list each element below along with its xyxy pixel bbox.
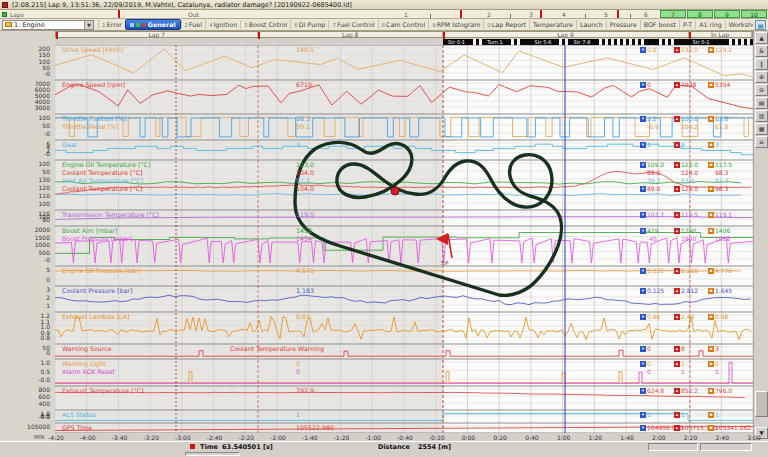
track-section-label[interactable]: Str 0-1: [443, 39, 470, 45]
zoom-out-icon[interactable]: ⊖: [755, 84, 768, 96]
tab-general[interactable]: General: [125, 19, 181, 30]
channel-stats: ▾0▴8▪3: [640, 345, 742, 352]
right-toolbar: ▲&‖⊕⊖▤▥▦≡▼: [753, 31, 768, 441]
max-icon: ▴: [674, 268, 680, 274]
worksheet-group-select[interactable]: 1: Engine ▼: [2, 20, 94, 30]
title-bar: [2:08.215] Lap 9, 13:51:36, 22/09/2019, …: [0, 0, 768, 10]
tab-rpm-istogram[interactable]: 9RPM Istogram: [428, 20, 483, 29]
list-icon[interactable]: ≡: [755, 136, 768, 148]
tab-fuel[interactable]: 2Fuel: [181, 20, 205, 29]
track-section-checker[interactable]: [726, 39, 753, 45]
lap-number[interactable]: 6: [644, 11, 648, 18]
tab-error[interactable]: 1Error: [98, 20, 125, 29]
max-icon: ▴: [674, 82, 680, 88]
channel-value: 4.571: [296, 267, 314, 274]
lap-cell-selected[interactable]: 9: [714, 10, 740, 18]
lap-header[interactable]: Lap 7Lap 8Lap 9In Lap: [55, 31, 753, 38]
stat-value: 7038: [681, 81, 708, 88]
track-section-checker[interactable]: [520, 39, 530, 45]
track-section-bar[interactable]: Str 0-1Turn 1Str 5-6Str 7-8Str 0-1: [443, 39, 753, 45]
link-channels-icon[interactable]: &: [755, 45, 768, 57]
tab-shortcut: 2: [185, 22, 189, 28]
tab-shortcut: 6: [294, 22, 298, 28]
tab-a1-ring[interactable]: A1 ring: [695, 20, 725, 29]
track-section-checker[interactable]: [556, 39, 568, 45]
stat-value: 1: [681, 360, 708, 367]
bottom-strip: [0, 451, 768, 457]
y-tick-label: 110: [0, 192, 50, 199]
tab-pressure[interactable]: Pressure: [606, 20, 640, 29]
channel-value: 98.3: [296, 115, 310, 122]
x-tick-label: 0:40: [522, 434, 542, 441]
tab-label: Boost Cntrol: [249, 21, 288, 28]
tab-di-pump[interactable]: 6DI Pump: [290, 20, 328, 29]
channel-stats: ▾0▴1▪1: [640, 411, 742, 418]
tab-worksheet[interactable]: Worksheet: [725, 20, 753, 29]
tab-label: Lap Report: [492, 21, 526, 28]
track-section-checker[interactable]: [508, 39, 520, 45]
lap-header-lap-7[interactable]: Lap 7: [56, 32, 258, 37]
lap-number[interactable]: 1: [404, 11, 408, 18]
x-tick-label: 2:00: [649, 434, 669, 441]
track-section-checker[interactable]: [644, 39, 656, 45]
grid-icon[interactable]: ▦: [755, 123, 768, 135]
x-tick-label: -3:40: [109, 434, 129, 441]
worksheet-tools-icon[interactable]: ▤: [755, 20, 766, 30]
tab-boost-cntrol[interactable]: 5Boost Cntrol: [240, 20, 290, 29]
max-icon: ▴: [674, 288, 680, 294]
avg-icon: ▪: [708, 346, 714, 352]
channel-stats: ▾107.7▴119.5▪115.1: [640, 211, 742, 218]
pause-icon[interactable]: ‖: [755, 58, 768, 70]
track-section-checker[interactable]: [656, 39, 676, 45]
lap-number[interactable]: 2: [487, 11, 491, 18]
track-section-label[interactable]: Str 5-6: [530, 39, 556, 45]
lap-number[interactable]: 4: [562, 11, 566, 18]
stat-value: 0: [647, 368, 674, 375]
layout-columns-icon[interactable]: ▥: [755, 110, 768, 122]
channel-label: Transmission Temperature [°C]: [62, 211, 159, 218]
v-scrollbar-thumb[interactable]: [755, 391, 768, 417]
lap-header-lap-8[interactable]: Lap 8: [258, 32, 442, 37]
track-section-label[interactable]: Turn 1: [482, 39, 508, 45]
stat-value: 0: [647, 345, 674, 352]
track-section-checker[interactable]: [596, 39, 644, 45]
lap-cell-selected[interactable]: 8: [687, 10, 713, 18]
stat-value: 1.645: [715, 287, 742, 294]
tab-cam-control[interactable]: 8Cam Control: [378, 20, 429, 29]
stat-value: 0.06: [647, 313, 674, 320]
lap-number[interactable]: 3: [529, 11, 533, 18]
tab-label: Cam Control: [386, 21, 425, 28]
layout-rows-icon[interactable]: ▤: [755, 97, 768, 109]
chevron-down-icon[interactable]: ▼: [84, 21, 93, 29]
h-scrollbar[interactable]: [185, 452, 240, 456]
track-section-checker[interactable]: [470, 39, 482, 45]
lap-number[interactable]: 5: [604, 11, 608, 18]
track-section-label[interactable]: Str 0-1: [676, 39, 726, 45]
stat-value: 0.0: [647, 46, 674, 53]
tab-launch[interactable]: Launch: [576, 20, 606, 29]
laps-ruler[interactable]: Laps Out 12345678910: [0, 10, 768, 19]
stat-value: 63.0: [681, 177, 708, 184]
tab-p-t[interactable]: P-T: [679, 20, 695, 29]
tab-fuel-control[interactable]: 7Fuel Control: [328, 20, 377, 29]
tab-lap-report[interactable]: 0Lap Report: [483, 20, 529, 29]
tab-shortcut: 0: [487, 22, 491, 28]
max-icon: ▴: [674, 346, 680, 352]
folder-icon: [5, 22, 12, 27]
lap-header-in-lap[interactable]: In Lap: [689, 32, 752, 37]
scroll-up-icon[interactable]: ▲: [755, 32, 768, 44]
channel-label: Drive Speed [km/h]: [62, 46, 123, 53]
channel-value: 104.0: [296, 185, 314, 192]
lap-cell-selected[interactable]: 10: [741, 10, 767, 18]
zoom-in-icon[interactable]: ⊕: [755, 71, 768, 83]
track-section-label[interactable]: Str 7-8: [568, 39, 596, 45]
lap-cell-selected[interactable]: 7: [660, 10, 686, 18]
tab-ignition[interactable]: 4Ignition: [205, 20, 240, 29]
tab-label: Launch: [580, 21, 603, 28]
x-tick-label: -3:00: [173, 434, 193, 441]
tab-temperature[interactable]: Temperature: [529, 20, 576, 29]
lap-header-label: Lap 7: [148, 31, 165, 38]
lap-header-lap-9[interactable]: Lap 9: [443, 32, 689, 37]
tab-bof-boost[interactable]: BOF boost: [640, 20, 679, 29]
x-tick-label: -1:40: [300, 434, 320, 441]
